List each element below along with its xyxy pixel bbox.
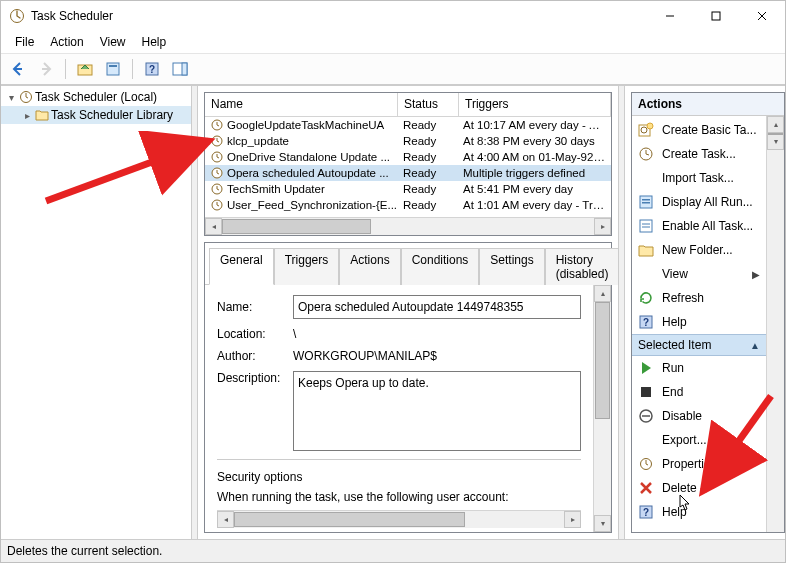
column-status[interactable]: Status xyxy=(398,93,459,117)
menu-action[interactable]: Action xyxy=(42,33,91,51)
action-display-running[interactable]: Display All Run... xyxy=(632,190,766,214)
tree-library[interactable]: ▸ Task Scheduler Library xyxy=(1,106,191,124)
create-basic-icon xyxy=(638,122,654,138)
scroll-thumb[interactable] xyxy=(234,512,465,527)
action-new-folder[interactable]: New Folder... xyxy=(632,238,766,262)
task-scheduler-window: Task Scheduler File Action View Help ? ▾… xyxy=(0,0,786,563)
splitter-right[interactable] xyxy=(618,86,625,539)
general-tab-content: Name: Location: \ Author: WORKGROUP\MANI… xyxy=(205,285,593,532)
name-field[interactable] xyxy=(293,295,581,319)
tree-panel: ▾ Task Scheduler (Local) ▸ Task Schedule… xyxy=(1,86,191,539)
tree-library-label: Task Scheduler Library xyxy=(51,108,173,122)
tree-root-label: Task Scheduler (Local) xyxy=(35,90,157,104)
action-properties[interactable]: Properties xyxy=(632,452,766,476)
close-button[interactable] xyxy=(739,1,785,31)
scroll-down-button[interactable]: ▾ xyxy=(594,515,611,532)
action-label: Help xyxy=(662,505,687,519)
properties-button[interactable] xyxy=(100,56,126,82)
action-create-basic[interactable]: Create Basic Ta... xyxy=(632,118,766,142)
enable-icon xyxy=(638,218,654,234)
action-refresh[interactable]: Refresh xyxy=(632,286,766,310)
task-list: Name Status Triggers GoogleUpdateTaskMac… xyxy=(204,92,612,236)
description-field[interactable]: Keeps Opera up to date. xyxy=(293,371,581,451)
splitter-left[interactable] xyxy=(191,86,198,539)
action-delete[interactable]: Delete xyxy=(632,476,766,500)
list-body: GoogleUpdateTaskMachineUAReadyAt 10:17 A… xyxy=(205,117,611,217)
actions-vertical-scrollbar[interactable]: ▴ ▾ xyxy=(766,116,784,532)
scroll-track[interactable] xyxy=(222,218,594,235)
scroll-thumb[interactable] xyxy=(595,302,610,419)
tab-actions[interactable]: Actions xyxy=(339,248,400,285)
up-button[interactable] xyxy=(72,56,98,82)
action-create-task[interactable]: Create Task... xyxy=(632,142,766,166)
action-import[interactable]: Import Task... xyxy=(632,166,766,190)
scroll-thumb[interactable] xyxy=(222,219,371,234)
task-name: klcp_update xyxy=(227,135,289,147)
menu-view[interactable]: View xyxy=(92,33,134,51)
tab-settings[interactable]: Settings xyxy=(479,248,544,285)
disable-icon xyxy=(638,408,654,424)
action-view[interactable]: View▶ xyxy=(632,262,766,286)
tab-conditions[interactable]: Conditions xyxy=(401,248,480,285)
task-trigger: At 1:01 AM every day - Trigge... xyxy=(457,199,611,211)
action-disable[interactable]: Disable xyxy=(632,404,766,428)
svg-text:?: ? xyxy=(149,64,155,75)
minimize-button[interactable] xyxy=(647,1,693,31)
delete-icon xyxy=(638,480,654,496)
task-name: TechSmith Updater xyxy=(227,183,325,195)
scroll-right-button[interactable]: ▸ xyxy=(564,511,581,528)
tab-general[interactable]: General xyxy=(209,248,274,285)
tab-history[interactable]: History (disabled) xyxy=(545,248,620,285)
maximize-button[interactable] xyxy=(693,1,739,31)
action-run[interactable]: Run xyxy=(632,356,766,380)
action-label: Create Basic Ta... xyxy=(662,123,757,137)
task-row[interactable]: OneDrive Standalone Update ...ReadyAt 4:… xyxy=(205,149,611,165)
tree-root[interactable]: ▾ Task Scheduler (Local) xyxy=(1,88,191,106)
task-row[interactable]: TechSmith UpdaterReadyAt 5:41 PM every d… xyxy=(205,181,611,197)
scroll-left-button[interactable]: ◂ xyxy=(217,511,234,528)
action-export[interactable]: Export... xyxy=(632,428,766,452)
detail-horizontal-scrollbar[interactable]: ◂ ▸ xyxy=(217,510,581,528)
tab-triggers[interactable]: Triggers xyxy=(274,248,340,285)
scroll-down-button[interactable]: ▾ xyxy=(767,133,784,150)
task-row[interactable]: Opera scheduled Autoupdate ...ReadyMulti… xyxy=(205,165,611,181)
task-name: User_Feed_Synchronization-{E... xyxy=(227,199,397,211)
action-end[interactable]: End xyxy=(632,380,766,404)
scroll-left-button[interactable]: ◂ xyxy=(205,218,222,235)
action-help[interactable]: ?Help xyxy=(632,310,766,334)
action-help2[interactable]: ?Help xyxy=(632,500,766,524)
svg-rect-26 xyxy=(641,387,651,397)
scroll-thumb[interactable] xyxy=(768,133,783,135)
task-row[interactable]: klcp_updateReadyAt 8:38 PM every 30 days xyxy=(205,133,611,149)
show-actions-button[interactable] xyxy=(167,56,193,82)
collapse-icon: ▲ xyxy=(750,340,760,351)
column-name[interactable]: Name xyxy=(205,93,398,117)
action-enable-history[interactable]: Enable All Task... xyxy=(632,214,766,238)
back-button[interactable] xyxy=(5,56,31,82)
author-label: Author: xyxy=(217,349,293,363)
scroll-track[interactable] xyxy=(234,511,564,528)
forward-button[interactable] xyxy=(33,56,59,82)
menu-file[interactable]: File xyxy=(7,33,42,51)
refresh-icon xyxy=(638,290,654,306)
list-header: Name Status Triggers xyxy=(205,93,611,117)
task-row[interactable]: User_Feed_Synchronization-{E...ReadyAt 1… xyxy=(205,197,611,213)
horizontal-scrollbar[interactable]: ◂ ▸ xyxy=(205,217,611,235)
collapse-icon[interactable]: ▾ xyxy=(5,92,17,103)
scroll-right-button[interactable]: ▸ xyxy=(594,218,611,235)
description-label: Description: xyxy=(217,371,293,385)
task-trigger: At 5:41 PM every day xyxy=(457,183,611,195)
scroll-up-button[interactable]: ▴ xyxy=(594,285,611,302)
end-icon xyxy=(638,384,654,400)
action-group-selected-item[interactable]: Selected Item▲ xyxy=(632,334,766,356)
help-toolbar-button[interactable]: ? xyxy=(139,56,165,82)
expand-icon[interactable]: ▸ xyxy=(21,110,33,121)
task-row[interactable]: GoogleUpdateTaskMachineUAReadyAt 10:17 A… xyxy=(205,117,611,133)
task-status: Ready xyxy=(397,119,457,131)
actions-body: Create Basic Ta...Create Task...Import T… xyxy=(632,116,766,532)
column-triggers[interactable]: Triggers xyxy=(459,93,611,117)
author-value: WORKGROUP\MANILAP$ xyxy=(293,349,437,363)
detail-vertical-scrollbar[interactable]: ▴ ▾ xyxy=(593,285,611,532)
menu-help[interactable]: Help xyxy=(134,33,175,51)
scroll-up-button[interactable]: ▴ xyxy=(767,116,784,133)
